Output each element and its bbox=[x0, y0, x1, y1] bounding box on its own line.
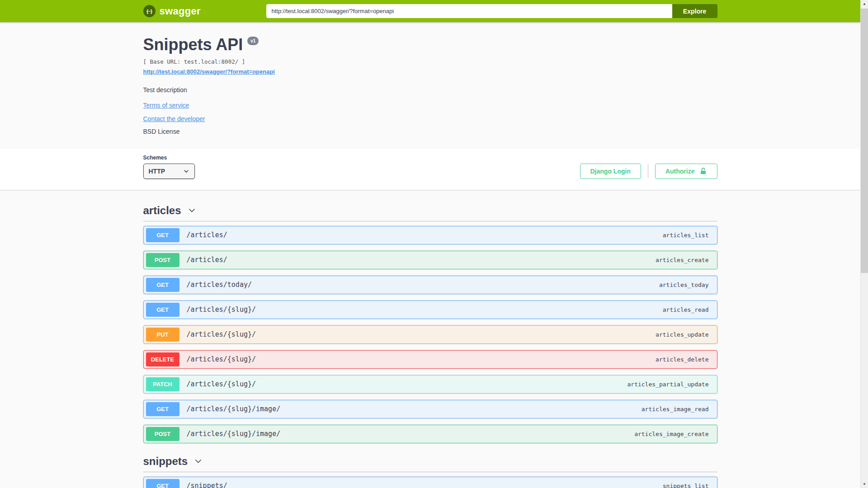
op-path: /snippets/ bbox=[187, 482, 227, 488]
schemes-label: Schemes bbox=[143, 155, 195, 161]
scroll-up-arrow-icon[interactable]: ▲ bbox=[861, 0, 868, 8]
brand-name: swagger bbox=[160, 5, 201, 17]
section-rows: GET /articles/ articles_list POST /artic… bbox=[143, 221, 717, 443]
spec-url-bar: Explore bbox=[266, 4, 717, 18]
contact-developer-link[interactable]: Contact the developer bbox=[143, 115, 205, 122]
operation-row[interactable]: POST /articles/ articles_create bbox=[143, 251, 717, 269]
op-path: /articles/{slug}/image/ bbox=[187, 405, 281, 413]
tag-section: snippets GET /snippets/ snippets_list bbox=[143, 455, 717, 488]
op-id: articles_image_read bbox=[642, 406, 709, 413]
chevron-down-icon bbox=[193, 456, 203, 466]
op-path: /articles/{slug}/ bbox=[187, 380, 256, 388]
operation-row[interactable]: PUT /articles/{slug}/ articles_update bbox=[143, 325, 717, 344]
op-id: articles_today bbox=[659, 282, 709, 288]
scrollbar-thumb[interactable] bbox=[861, 9, 868, 273]
operation-row[interactable]: GET /articles/{slug}/ articles_read bbox=[143, 300, 717, 319]
page-title: Snippets API bbox=[143, 36, 243, 54]
operations: articles GET /articles/ articles_list PO… bbox=[143, 204, 717, 488]
django-login-button[interactable]: Django Login bbox=[580, 164, 641, 179]
method-badge: GET bbox=[146, 303, 179, 317]
terms-of-service-link[interactable]: Terms of service bbox=[143, 102, 189, 109]
op-path: /articles/{slug}/ bbox=[187, 305, 256, 314]
method-badge: DELETE bbox=[146, 352, 179, 366]
unlocked-padlock-icon bbox=[699, 167, 707, 175]
license-text: BSD License bbox=[143, 128, 717, 135]
section-title: articles bbox=[143, 204, 181, 217]
op-path: /articles/{slug}/ bbox=[187, 330, 256, 338]
auth-divider bbox=[648, 164, 648, 178]
op-id: articles_partial_update bbox=[627, 381, 708, 388]
section-header[interactable]: articles bbox=[143, 204, 717, 217]
swagger-logo[interactable]: {··} swagger bbox=[143, 5, 201, 17]
django-login-label: Django Login bbox=[590, 168, 631, 175]
method-badge: GET bbox=[146, 402, 179, 416]
api-description: Test description bbox=[143, 86, 717, 94]
op-path: /articles/today/ bbox=[187, 281, 252, 289]
op-path: /articles/ bbox=[187, 256, 227, 264]
chevron-down-icon bbox=[187, 206, 197, 215]
method-badge: GET bbox=[146, 479, 179, 488]
scrollbar[interactable]: ▲ ▼ bbox=[860, 0, 868, 488]
operation-row[interactable]: GET /snippets/ snippets_list bbox=[143, 477, 717, 488]
op-path: /articles/{slug}/image/ bbox=[187, 430, 281, 438]
op-id: snippets_list bbox=[663, 483, 709, 488]
info-section: Snippets API v1 [ Base URL: test.local:8… bbox=[0, 22, 860, 149]
operation-row[interactable]: GET /articles/{slug}/image/ articles_ima… bbox=[143, 400, 717, 418]
op-id: articles_update bbox=[656, 331, 708, 338]
section-rows: GET /snippets/ snippets_list bbox=[143, 472, 717, 488]
authorize-button[interactable]: Authorize bbox=[655, 164, 717, 179]
topbar: {··} swagger Explore bbox=[0, 0, 860, 22]
auth-wrapper: Django Login Authorize bbox=[580, 164, 717, 179]
swagger-braces-icon: {··} bbox=[143, 5, 156, 17]
scroll-down-arrow-icon[interactable]: ▼ bbox=[861, 480, 868, 488]
chevron-down-icon bbox=[183, 168, 189, 174]
schemes-select[interactable]: HTTP bbox=[143, 164, 195, 179]
operation-row[interactable]: PATCH /articles/{slug}/ articles_partial… bbox=[143, 375, 717, 394]
spec-url-input[interactable] bbox=[266, 4, 672, 18]
method-badge: POST bbox=[146, 253, 179, 267]
base-url-line: [ Base URL: test.local:8002/ ] bbox=[143, 58, 717, 65]
authorize-label: Authorize bbox=[665, 168, 695, 175]
operation-row[interactable]: DELETE /articles/{slug}/ articles_delete bbox=[143, 350, 717, 369]
explore-button[interactable]: Explore bbox=[672, 4, 717, 18]
op-path: /articles/{slug}/ bbox=[187, 355, 256, 363]
schemes-selected-value: HTTP bbox=[149, 168, 165, 175]
method-badge: GET bbox=[146, 228, 179, 242]
version-badge: v1 bbox=[247, 37, 259, 45]
operation-row[interactable]: GET /articles/ articles_list bbox=[143, 226, 717, 244]
section-header[interactable]: snippets bbox=[143, 455, 717, 468]
section-title: snippets bbox=[143, 455, 188, 468]
spec-json-link[interactable]: http://test.local:8002/swagger/?format=o… bbox=[143, 68, 275, 75]
op-id: articles_delete bbox=[656, 356, 708, 363]
method-badge: POST bbox=[146, 427, 179, 441]
operation-row[interactable]: POST /articles/{slug}/image/ articles_im… bbox=[143, 425, 717, 443]
method-badge: PATCH bbox=[146, 377, 179, 391]
op-id: articles_read bbox=[663, 306, 709, 313]
method-badge: PUT bbox=[146, 328, 179, 342]
operation-row[interactable]: GET /articles/today/ articles_today bbox=[143, 276, 717, 294]
tag-section: articles GET /articles/ articles_list PO… bbox=[143, 204, 717, 443]
op-id: articles_image_create bbox=[634, 431, 708, 437]
op-id: articles_create bbox=[656, 257, 708, 263]
scheme-container: Schemes HTTP Django Login Authorize bbox=[0, 149, 860, 190]
op-path: /articles/ bbox=[187, 231, 227, 239]
method-badge: GET bbox=[146, 278, 179, 292]
op-id: articles_list bbox=[663, 232, 709, 239]
